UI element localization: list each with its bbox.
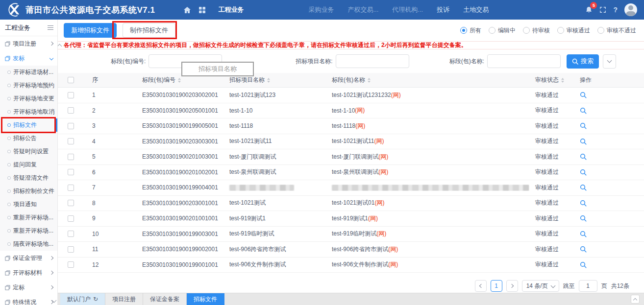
sorter-icon[interactable]: [561, 78, 564, 83]
nav-item[interactable]: 代理机构...: [392, 5, 423, 14]
status-radio[interactable]: 审核通过: [557, 26, 590, 35]
view-detail-search-icon[interactable]: [580, 107, 587, 114]
nav-item[interactable]: 产权交易...: [347, 5, 378, 14]
status-radio[interactable]: 待审核: [523, 26, 550, 35]
add-bid-file-button[interactable]: 新增招标文件: [64, 23, 117, 38]
home-icon[interactable]: [183, 6, 191, 14]
status-radio[interactable]: 所有: [460, 26, 481, 35]
cell-project-name: test-1021测试: [225, 199, 323, 207]
status-radio[interactable]: 编辑中: [489, 26, 516, 35]
row-checkbox[interactable]: [68, 169, 74, 175]
search-input[interactable]: [487, 54, 561, 68]
page-size-select[interactable]: 14 条/页: [522, 280, 559, 292]
row-checkbox[interactable]: [68, 231, 74, 237]
view-detail-search-icon[interactable]: [580, 138, 587, 145]
search-button[interactable]: 搜索: [567, 54, 599, 69]
apps-grid-icon[interactable]: [199, 7, 205, 13]
sorter-icon[interactable]: [267, 78, 270, 83]
view-detail-search-icon[interactable]: [580, 122, 587, 129]
search-input[interactable]: [336, 54, 409, 68]
row-checkbox[interactable]: [68, 200, 74, 206]
menu-collapse-icon[interactable]: [48, 25, 53, 30]
footer-tab[interactable]: 招标文件 ↻: [187, 293, 224, 305]
nav-item[interactable]: 工程业务: [218, 5, 244, 14]
more-filters-button[interactable]: [603, 54, 616, 69]
sidebar-item-label: 开评标材料: [13, 269, 42, 277]
row-checkbox[interactable]: [68, 92, 74, 98]
sidebar-item[interactable]: 保证金管理: [0, 251, 57, 265]
cell-index: 4: [83, 138, 137, 145]
view-detail-search-icon[interactable]: [580, 184, 587, 191]
footer-tab[interactable]: 默认门户 ↻: [60, 293, 105, 305]
view-detail-search-icon[interactable]: [580, 231, 587, 237]
radio-label: 审核通过: [567, 26, 590, 35]
nav-item[interactable]: 土地交易: [463, 5, 489, 14]
sidebar-item[interactable]: 发标: [0, 51, 57, 66]
nav-item[interactable]: 采购业务: [308, 5, 334, 14]
sidebar-item[interactable]: 特殊情况: [0, 295, 57, 305]
cell-package-name: test-906跨省跨市测试(网): [323, 245, 529, 254]
footer-tab[interactable]: 项目注册 ↻: [105, 293, 143, 305]
view-detail-search-icon[interactable]: [580, 92, 587, 98]
row-checkbox[interactable]: [68, 246, 74, 253]
row-checkbox[interactable]: [68, 261, 74, 268]
column-header-package-code[interactable]: 标段(包)编号: [137, 76, 225, 84]
make-bid-file-button[interactable]: 制作招标文件: [123, 23, 175, 38]
sidebar-item[interactable]: 答疑时间设置: [0, 145, 57, 158]
help-icon[interactable]: ?: [613, 6, 618, 14]
drag-tooltip: 招标项目名称: [181, 62, 254, 76]
sidebar-item[interactable]: 项目注册: [0, 36, 57, 51]
footer-tab[interactable]: 保证金备案 ↻: [143, 293, 187, 305]
row-checkbox[interactable]: [68, 185, 74, 191]
view-detail-search-icon[interactable]: [580, 153, 587, 160]
view-detail-search-icon[interactable]: [580, 261, 587, 268]
sidebar-item[interactable]: 重新开评标场...: [0, 211, 57, 224]
row-checkbox[interactable]: [68, 123, 74, 129]
sidebar-header: 工程业务: [0, 20, 57, 36]
page-number-button[interactable]: 1: [491, 280, 502, 292]
sidebar-item[interactable]: 提问回复: [0, 158, 57, 171]
radio-icon: [489, 27, 495, 34]
view-detail-search-icon[interactable]: [580, 200, 587, 207]
notice-collapse-icon[interactable]: [58, 44, 62, 48]
view-detail-search-icon[interactable]: [580, 169, 587, 176]
chevron-down-icon: [550, 283, 555, 288]
sidebar-item[interactable]: 定标: [0, 280, 57, 295]
sidebar-item[interactable]: 项目通知: [0, 198, 57, 211]
sidebar-item[interactable]: 招标公告: [0, 132, 57, 145]
sorter-icon[interactable]: [178, 78, 181, 83]
jump-page-input[interactable]: [579, 280, 597, 292]
row-checkbox[interactable]: [68, 215, 74, 222]
sidebar-item[interactable]: 重新开评标场...: [0, 224, 57, 237]
sidebar-item[interactable]: 招标文件: [0, 118, 57, 132]
fullscreen-icon[interactable]: [599, 6, 606, 13]
row-checkbox[interactable]: [68, 107, 74, 114]
footer-collapse-button[interactable]: [631, 295, 640, 304]
status-radio[interactable]: 审核不通过: [597, 26, 636, 35]
sidebar-item[interactable]: 开评标进场材...: [0, 66, 57, 79]
sidebar-item[interactable]: 开评标场地预约: [0, 79, 57, 92]
prev-page-button[interactable]: [475, 280, 487, 292]
column-header-index[interactable]: 序: [83, 76, 137, 84]
next-page-button[interactable]: [506, 280, 518, 292]
column-header-package-name[interactable]: 标段(包)名称: [323, 76, 529, 84]
column-header-status[interactable]: 审核状态: [529, 76, 571, 84]
sidebar-item[interactable]: 开评标场地变更: [0, 92, 57, 105]
sidebar-item[interactable]: 开评标场地取消: [0, 105, 57, 118]
sidebar-item[interactable]: 招标控制价文件: [0, 185, 57, 198]
nav-item[interactable]: 投诉: [437, 5, 449, 14]
footer-tab-label: 项目注册: [112, 295, 136, 304]
sidebar-item[interactable]: 开评标材料: [0, 265, 57, 280]
sidebar-item[interactable]: 隔夜评标场地...: [0, 237, 57, 251]
search-icon: [572, 58, 578, 65]
row-checkbox[interactable]: [68, 154, 74, 160]
select-all-checkbox[interactable]: [68, 77, 74, 83]
view-detail-search-icon[interactable]: [580, 246, 587, 253]
column-header-project-name[interactable]: 招标项目名称: [225, 76, 323, 84]
notifications-bell-icon[interactable]: 5: [585, 6, 593, 14]
sorter-icon[interactable]: [368, 78, 371, 83]
user-avatar[interactable]: [624, 3, 637, 16]
row-checkbox[interactable]: [68, 138, 74, 144]
view-detail-search-icon[interactable]: [580, 215, 587, 222]
sidebar-item[interactable]: 答疑澄清文件: [0, 171, 57, 185]
